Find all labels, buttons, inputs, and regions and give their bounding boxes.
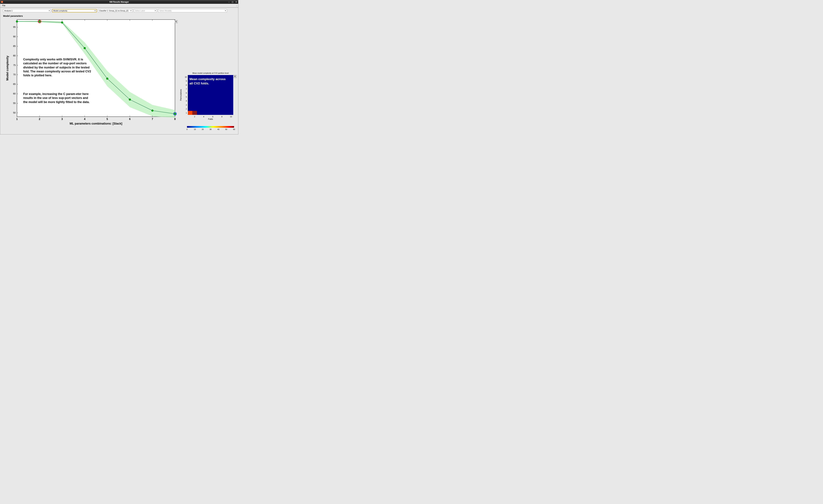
chevron-down-icon: ▼ — [225, 10, 226, 11]
svg-point-54 — [151, 110, 153, 112]
svg-text:2: 2 — [194, 116, 195, 118]
app-icon — [1, 1, 3, 3]
svg-text:6: 6 — [129, 118, 131, 121]
svg-text:10: 10 — [185, 76, 187, 78]
overlay-text-1: Complexity only works with SVM/SVR. It i… — [23, 57, 92, 77]
classifier-dropdown-label: Classifier 1: Group_{1} vs Group_{2} — [99, 10, 128, 12]
heatmap-overlay-text: Mean complexity across all CV2 folds. — [189, 77, 229, 86]
svg-text:40: 40 — [217, 128, 219, 130]
main-chart: E 5055606570758085909512345678ML paramet… — [2, 18, 177, 127]
svg-text:Mean model complexity at CV2 p: Mean model complexity at CV2 partition l… — [192, 72, 228, 74]
svg-rect-1 — [1, 2, 3, 2]
metric-dropdown-label: Model complexity — [53, 10, 67, 12]
metric-dropdown[interactable]: Model complexity ▼ — [52, 9, 97, 12]
svg-text:Folds: Folds — [208, 118, 213, 120]
svg-text:20: 20 — [202, 128, 204, 130]
svg-text:9: 9 — [186, 80, 187, 82]
svg-point-51 — [84, 47, 86, 49]
svg-text:1: 1 — [16, 118, 18, 121]
svg-text:0: 0 — [186, 128, 187, 130]
svg-text:3: 3 — [186, 104, 187, 106]
svg-text:1: 1 — [186, 112, 187, 114]
chevron-down-icon: ▼ — [48, 10, 50, 11]
svg-point-53 — [129, 99, 131, 101]
expand-heatmap-button[interactable]: E — [233, 75, 236, 78]
toolbar: Analysis 1 ▼ Model complexity ▼ Classifi… — [0, 8, 238, 13]
svg-text:ML parameters combinations: [S: ML parameters combinations: [Slack] — [69, 122, 122, 125]
svg-text:50: 50 — [225, 128, 227, 130]
svg-text:2: 2 — [186, 108, 187, 110]
svg-text:10: 10 — [194, 128, 196, 130]
analysis-dropdown[interactable]: Analysis 1 ▼ — [3, 9, 51, 12]
maximize-icon[interactable]: ◻ — [231, 1, 234, 3]
svg-text:30: 30 — [209, 128, 211, 130]
content-area: E 5055606570758085909512345678ML paramet… — [0, 18, 238, 134]
analysis-dropdown-label: Analysis 1 — [4, 10, 12, 12]
svg-text:5: 5 — [107, 118, 108, 121]
svg-text:60: 60 — [233, 128, 235, 130]
close-icon[interactable]: ✕ — [235, 1, 237, 3]
svg-text:4: 4 — [186, 100, 187, 102]
svg-text:Model complexity: Model complexity — [6, 56, 9, 80]
svg-text:60: 60 — [13, 92, 16, 95]
svg-text:5: 5 — [186, 96, 187, 98]
window-controls: – ◻ ✕ — [228, 0, 237, 4]
svg-text:95: 95 — [13, 26, 16, 28]
svg-point-47 — [16, 21, 18, 22]
svg-point-50 — [61, 21, 63, 23]
svg-text:8: 8 — [221, 116, 222, 118]
classifier-dropdown[interactable]: Classifier 1: Group_{1} vs Group_{2} ▼ — [98, 9, 133, 12]
svg-text:8: 8 — [186, 84, 187, 86]
side-panel: E Mean model complexity at CV2 partition… — [178, 18, 236, 133]
svg-point-56 — [174, 113, 176, 115]
svg-text:6: 6 — [186, 92, 187, 94]
menu-file[interactable]: File — [1, 4, 6, 7]
titlebar: NM Results Manager – ◻ ✕ — [0, 0, 238, 4]
svg-text:3: 3 — [61, 118, 63, 121]
section-title: Model parameters — [0, 13, 238, 18]
modality-dropdown[interactable]: Select Modality ▼ — [158, 9, 227, 12]
svg-text:75: 75 — [13, 64, 16, 66]
svg-rect-80 — [187, 126, 234, 128]
svg-text:2: 2 — [39, 118, 40, 121]
label-dropdown-label: Select Label — [135, 10, 145, 12]
svg-text:4: 4 — [203, 116, 204, 118]
menubar: File ⌄ — [0, 4, 238, 7]
modality-dropdown-label: Select Modality — [159, 10, 172, 12]
svg-text:6: 6 — [212, 116, 213, 118]
overlay-text-2: For example, increasing the C param-eter… — [23, 92, 92, 104]
svg-text:7: 7 — [186, 88, 187, 90]
svg-text:4: 4 — [84, 118, 86, 121]
chevron-down-icon: ▼ — [94, 10, 96, 11]
svg-rect-62 — [192, 111, 197, 115]
svg-rect-61 — [188, 111, 192, 115]
expand-chart-button[interactable]: E — [175, 20, 178, 23]
svg-text:90: 90 — [13, 35, 16, 38]
svg-point-52 — [106, 78, 108, 79]
label-dropdown[interactable]: Select Label ▼ — [134, 9, 157, 12]
svg-text:8: 8 — [174, 118, 176, 121]
svg-text:70: 70 — [13, 73, 16, 76]
heatmap-chart: E Mean model complexity at CV2 partition… — [178, 72, 236, 131]
svg-text:10: 10 — [230, 116, 232, 118]
svg-point-49 — [38, 21, 40, 22]
svg-text:Permutations: Permutations — [180, 89, 182, 101]
app-window: NM Results Manager – ◻ ✕ File ⌄ Analysis… — [0, 0, 238, 134]
minimize-icon[interactable]: – — [228, 1, 230, 3]
chevron-down-icon: ▼ — [155, 10, 156, 11]
svg-text:85: 85 — [13, 45, 16, 47]
svg-text:50: 50 — [13, 112, 16, 114]
svg-text:7: 7 — [152, 118, 153, 121]
menubar-overflow-icon[interactable]: ⌄ — [236, 5, 237, 6]
chevron-down-icon: ▼ — [130, 10, 132, 11]
svg-text:80: 80 — [13, 54, 16, 57]
svg-text:65: 65 — [13, 83, 16, 86]
window-title: NM Results Manager — [110, 1, 129, 3]
svg-text:55: 55 — [13, 102, 16, 105]
